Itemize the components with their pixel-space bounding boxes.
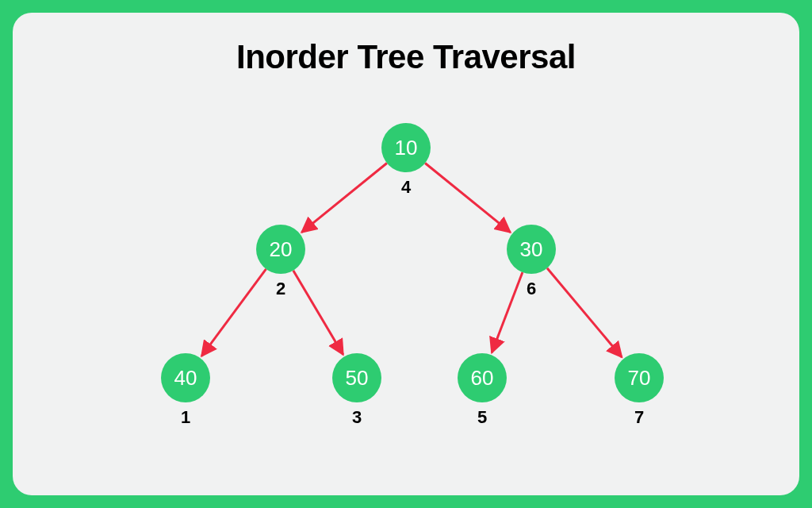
tree-node: 40 (161, 353, 210, 402)
tree-node: 20 (256, 225, 305, 274)
traversal-order-label: 5 (477, 407, 487, 428)
tree-node: 60 (458, 353, 507, 402)
traversal-order-label: 2 (276, 279, 285, 299)
traversal-order-label: 1 (181, 407, 190, 428)
traversal-order-label: 7 (634, 407, 644, 428)
tree-node: 10 (381, 123, 431, 172)
tree-node: 50 (332, 353, 381, 402)
traversal-order-label: 3 (352, 407, 362, 428)
diagram-panel: Inorder Tree Traversal 10420230640150360… (13, 13, 799, 495)
tree-container: 104202306401503605707 (13, 13, 799, 495)
tree-node: 70 (615, 353, 664, 402)
traversal-order-label: 4 (401, 177, 411, 198)
tree-node: 30 (507, 225, 556, 274)
traversal-order-label: 6 (527, 279, 536, 299)
